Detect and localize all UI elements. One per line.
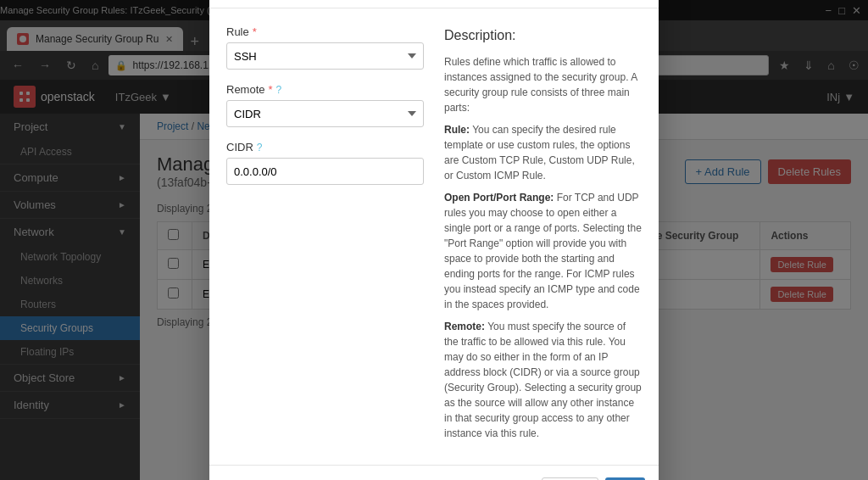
add-rule-modal: Add Rule × Rule * SSH Custom TCP Rule Cu…	[209, 0, 659, 480]
modal-form: Rule * SSH Custom TCP Rule Custom UDP Ru…	[226, 25, 424, 448]
remote-select[interactable]: CIDR Security Group	[226, 100, 424, 127]
rule-required-star: *	[253, 25, 257, 38]
cidr-label-text: CIDR	[226, 141, 253, 153]
modal-footer: Cancel Add	[209, 465, 659, 480]
remote-bold-label: Remote:	[444, 321, 485, 332]
rule-label-text: Rule	[226, 25, 249, 38]
modal-description: Description: Rules define which traffic …	[444, 25, 642, 448]
modal-body: Rule * SSH Custom TCP Rule Custom UDP Ru…	[209, 8, 659, 465]
remote-help-icon[interactable]: ?	[276, 84, 282, 96]
remote-label: Remote * ?	[226, 83, 424, 96]
description-remote: Remote: You must specify the source of t…	[444, 319, 642, 441]
description-intro: Rules define which traffic is allowed to…	[444, 54, 642, 115]
port-bold-label: Open Port/Port Range:	[444, 192, 554, 204]
description-port: Open Port/Port Range: For TCP and UDP ru…	[444, 190, 642, 312]
cidr-input[interactable]	[226, 158, 424, 185]
modal-overlay: Add Rule × Rule * SSH Custom TCP Rule Cu…	[0, 0, 868, 480]
rule-bold-label: Rule:	[444, 124, 470, 136]
remote-desc-text: You must specify the source of the traff…	[444, 321, 642, 439]
rule-label: Rule *	[226, 25, 424, 38]
remote-form-group: Remote * ? CIDR Security Group	[226, 83, 424, 127]
port-desc-text: For TCP and UDP rules you may choose to …	[444, 192, 642, 310]
cidr-form-group: CIDR ?	[226, 141, 424, 185]
modal-header: Add Rule ×	[209, 0, 659, 8]
description-rule: Rule: You can specify the desired rule t…	[444, 122, 642, 183]
cidr-help-icon[interactable]: ?	[257, 142, 263, 153]
rule-form-group: Rule * SSH Custom TCP Rule Custom UDP Ru…	[226, 25, 424, 70]
rule-select[interactable]: SSH Custom TCP Rule Custom UDP Rule Cust…	[226, 42, 424, 70]
description-title: Description:	[444, 25, 642, 46]
rule-desc-text: You can specify the desired rule templat…	[444, 124, 635, 181]
remote-required-star: *	[269, 83, 273, 96]
remote-label-text: Remote	[226, 83, 265, 96]
cidr-label: CIDR ?	[226, 141, 424, 153]
